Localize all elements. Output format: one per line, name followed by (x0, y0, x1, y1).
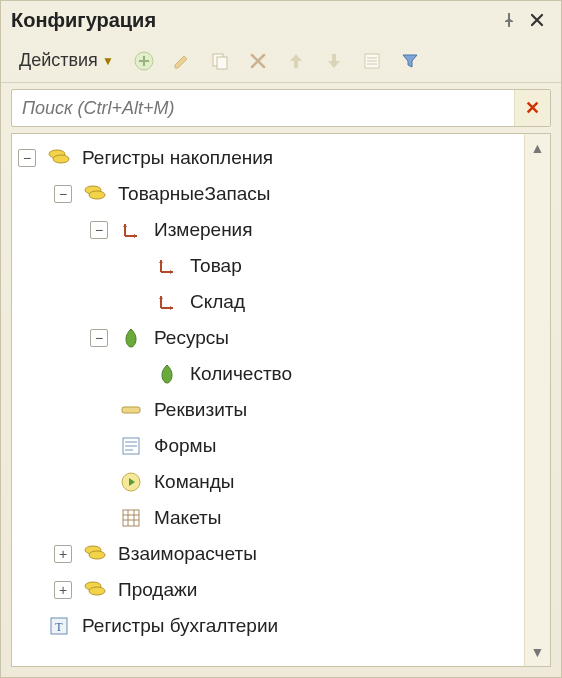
svg-rect-8 (122, 407, 140, 413)
delete-icon (249, 52, 267, 70)
register-accumulation-icon (82, 181, 108, 207)
resource-icon (154, 361, 180, 387)
svg-point-7 (89, 191, 105, 199)
plus-icon[interactable]: + (54, 545, 72, 563)
minus-icon[interactable]: − (90, 221, 108, 239)
list-icon (362, 51, 382, 71)
tree-node-attributes[interactable]: · Реквизиты (18, 392, 520, 428)
arrow-down-icon (324, 51, 344, 71)
resource-icon (118, 325, 144, 351)
form-icon (118, 433, 144, 459)
triangle-up-icon: ▲ (531, 140, 545, 156)
scroll-down-button[interactable]: ▼ (526, 640, 550, 664)
funnel-icon (400, 51, 420, 71)
minus-icon[interactable]: − (54, 185, 72, 203)
tree-node-kolichestvo[interactable]: · Количество (18, 356, 520, 392)
plus-icon (134, 51, 154, 71)
sort-button[interactable] (356, 45, 388, 77)
config-tree[interactable]: − Регистры накопления − ТоварныеЗапасы −… (12, 134, 524, 666)
tree-label: Измерения (154, 219, 253, 241)
tree-node-templates[interactable]: · Макеты (18, 500, 520, 536)
tree-node-accounting-registers[interactable]: · T Регистры бухгалтерии (18, 608, 520, 644)
search-bar: ✕ (11, 89, 551, 127)
tree-label: Макеты (154, 507, 221, 529)
triangle-down-icon: ▼ (531, 644, 545, 660)
tree-label: Количество (190, 363, 292, 385)
tree-node-resources[interactable]: − Ресурсы (18, 320, 520, 356)
move-up-button[interactable] (280, 45, 312, 77)
window-title: Конфигурация (11, 9, 156, 32)
titlebar: Конфигурация (1, 1, 561, 39)
add-button[interactable] (128, 45, 160, 77)
dimension-icon (154, 253, 180, 279)
dimension-icon (118, 217, 144, 243)
register-accounting-icon: T (46, 613, 72, 639)
copy-button[interactable] (204, 45, 236, 77)
tree-label: Ресурсы (154, 327, 229, 349)
tree-label: Товар (190, 255, 242, 277)
pin-button[interactable] (495, 6, 523, 34)
tree-node-vzaimoraschety[interactable]: + Взаиморасчеты (18, 536, 520, 572)
command-icon (118, 469, 144, 495)
svg-rect-11 (123, 510, 139, 526)
register-accumulation-icon (82, 541, 108, 567)
svg-text:T: T (55, 620, 63, 634)
dimension-icon (154, 289, 180, 315)
tree-label: Реквизиты (154, 399, 247, 421)
close-icon (529, 12, 545, 28)
config-window: Конфигурация Действия ▼ (0, 0, 562, 678)
search-clear-button[interactable]: ✕ (514, 90, 550, 126)
plus-icon[interactable]: + (54, 581, 72, 599)
tree-label: Взаиморасчеты (118, 543, 257, 565)
svg-point-15 (89, 587, 105, 595)
vertical-scrollbar[interactable]: ▲ ▼ (524, 134, 550, 666)
move-down-button[interactable] (318, 45, 350, 77)
pin-icon (502, 13, 516, 27)
delete-button[interactable] (242, 45, 274, 77)
minus-icon[interactable]: − (90, 329, 108, 347)
attribute-icon (118, 397, 144, 423)
actions-label: Действия (19, 50, 98, 71)
tree-label: Регистры бухгалтерии (82, 615, 278, 637)
tree-label: Продажи (118, 579, 197, 601)
arrow-up-icon (286, 51, 306, 71)
tree-node-forms[interactable]: · Формы (18, 428, 520, 464)
filter-button[interactable] (394, 45, 426, 77)
scroll-up-button[interactable]: ▲ (526, 136, 550, 160)
tree-label: ТоварныеЗапасы (118, 183, 270, 205)
tree-label: Формы (154, 435, 216, 457)
search-input[interactable] (12, 98, 514, 119)
svg-rect-2 (217, 57, 227, 69)
tree-panel: − Регистры накопления − ТоварныеЗапасы −… (11, 133, 551, 667)
tree-node-sklad[interactable]: · Склад (18, 284, 520, 320)
svg-point-5 (53, 155, 69, 163)
minus-icon[interactable]: − (18, 149, 36, 167)
register-accumulation-icon (46, 145, 72, 171)
tree-node-tovarnye-zapasy[interactable]: − ТоварныеЗапасы (18, 176, 520, 212)
edit-button[interactable] (166, 45, 198, 77)
tree-node-commands[interactable]: · Команды (18, 464, 520, 500)
tree-node-tovar[interactable]: · Товар (18, 248, 520, 284)
clear-x-icon: ✕ (525, 97, 540, 119)
toolbar: Действия ▼ (1, 39, 561, 83)
copy-icon (210, 51, 230, 71)
template-icon (118, 505, 144, 531)
svg-point-13 (89, 551, 105, 559)
tree-node-accumulation-registers[interactable]: − Регистры накопления (18, 140, 520, 176)
tree-label: Регистры накопления (82, 147, 273, 169)
tree-label: Склад (190, 291, 245, 313)
pencil-icon (172, 51, 192, 71)
chevron-down-icon: ▼ (102, 54, 114, 68)
tree-node-dimensions[interactable]: − Измерения (18, 212, 520, 248)
close-button[interactable] (523, 6, 551, 34)
tree-label: Команды (154, 471, 235, 493)
actions-menu-button[interactable]: Действия ▼ (11, 46, 122, 76)
register-accumulation-icon (82, 577, 108, 603)
tree-node-prodazhi[interactable]: + Продажи (18, 572, 520, 608)
